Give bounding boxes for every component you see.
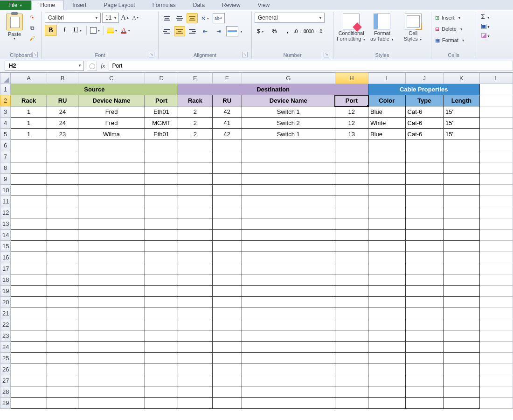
font-color-button[interactable]: A▼ xyxy=(120,25,132,36)
cell[interactable] xyxy=(368,185,406,196)
cell[interactable] xyxy=(368,386,406,398)
delete-cells-button[interactable]: ⊟ Delete▼ xyxy=(434,24,466,34)
cell[interactable] xyxy=(178,386,212,398)
cell[interactable] xyxy=(47,386,78,398)
cell[interactable] xyxy=(212,342,242,353)
cell[interactable] xyxy=(479,386,513,398)
cell[interactable] xyxy=(145,218,178,230)
wrap-text-button[interactable]: ab↵ xyxy=(213,13,225,23)
cell[interactable] xyxy=(405,386,444,398)
cell[interactable] xyxy=(335,207,368,218)
subheader-type[interactable]: Type xyxy=(405,95,444,106)
cell[interactable] xyxy=(368,196,406,207)
cell[interactable] xyxy=(212,241,242,252)
paste-button[interactable]: Paste xyxy=(8,31,21,37)
cell[interactable] xyxy=(47,364,78,375)
subheader-source-device[interactable]: Device Name xyxy=(78,95,145,106)
cell[interactable] xyxy=(145,319,178,330)
select-all-corner[interactable] xyxy=(0,73,11,84)
cell[interactable] xyxy=(479,218,513,230)
cell[interactable] xyxy=(335,230,368,241)
cell[interactable] xyxy=(479,398,513,409)
cell[interactable] xyxy=(78,342,145,353)
cell[interactable] xyxy=(368,319,406,330)
cell[interactable] xyxy=(242,319,335,330)
cell[interactable] xyxy=(145,196,178,207)
cell[interactable] xyxy=(335,375,368,386)
cell[interactable] xyxy=(444,196,479,207)
cell[interactable] xyxy=(405,398,444,409)
cell[interactable] xyxy=(335,162,368,174)
dialog-launcher-icon[interactable]: ↘ xyxy=(149,52,154,57)
row-header-15[interactable]: 15 xyxy=(0,241,11,252)
row-header-7[interactable]: 7 xyxy=(0,151,11,162)
cell[interactable] xyxy=(212,218,242,230)
cell[interactable] xyxy=(11,140,47,151)
col-header-J[interactable]: J xyxy=(405,73,444,84)
decrease-decimal-button[interactable]: .00→.0 xyxy=(309,26,321,37)
cell[interactable] xyxy=(145,241,178,252)
orientation-button[interactable]: ⤭▼ xyxy=(199,13,211,24)
cell[interactable] xyxy=(405,185,444,196)
cell[interactable]: Wilma xyxy=(78,129,145,140)
cell[interactable]: 1 xyxy=(11,118,47,129)
cell[interactable] xyxy=(78,252,145,263)
cell[interactable] xyxy=(47,308,78,319)
tab-file[interactable]: File ▼ xyxy=(0,0,31,10)
cell[interactable] xyxy=(212,196,242,207)
cell[interactable] xyxy=(335,386,368,398)
cell-styles-button[interactable]: Cell Styles ▼ xyxy=(398,13,428,42)
cell[interactable] xyxy=(47,230,78,241)
cell[interactable] xyxy=(405,375,444,386)
cell[interactable] xyxy=(47,207,78,218)
comma-button[interactable]: , xyxy=(282,26,294,37)
cell[interactable] xyxy=(444,218,479,230)
cell[interactable] xyxy=(479,330,513,342)
cut-button[interactable]: ✂ xyxy=(27,14,37,22)
cell[interactable] xyxy=(11,263,47,274)
cell[interactable] xyxy=(145,375,178,386)
cell[interactable] xyxy=(145,386,178,398)
chevron-down-icon[interactable]: ▼ xyxy=(240,30,243,33)
cell[interactable] xyxy=(335,319,368,330)
cell[interactable] xyxy=(47,185,78,196)
cell[interactable] xyxy=(444,140,479,151)
cell[interactable] xyxy=(444,151,479,162)
cell[interactable] xyxy=(47,286,78,297)
cell[interactable] xyxy=(178,353,212,364)
tab-data[interactable]: Data xyxy=(185,0,214,10)
cell[interactable] xyxy=(78,353,145,364)
cell[interactable] xyxy=(405,151,444,162)
cell[interactable] xyxy=(47,353,78,364)
cell[interactable] xyxy=(368,330,406,342)
cell[interactable] xyxy=(368,207,406,218)
cell[interactable] xyxy=(479,319,513,330)
subheader-dest-device[interactable]: Device Name xyxy=(242,95,335,106)
dialog-launcher-icon[interactable]: ↘ xyxy=(324,52,329,57)
increase-indent-button[interactable]: ⇥ xyxy=(213,26,225,37)
cell[interactable] xyxy=(78,308,145,319)
cell[interactable] xyxy=(78,207,145,218)
cell[interactable] xyxy=(178,230,212,241)
cell[interactable] xyxy=(242,364,335,375)
cell[interactable] xyxy=(212,353,242,364)
cell[interactable] xyxy=(335,398,368,409)
cell[interactable] xyxy=(11,185,47,196)
cell[interactable] xyxy=(47,140,78,151)
tab-home[interactable]: Home xyxy=(31,0,64,10)
cell[interactable] xyxy=(444,353,479,364)
cell[interactable] xyxy=(242,308,335,319)
cell[interactable] xyxy=(11,308,47,319)
cell[interactable] xyxy=(212,263,242,274)
cell[interactable] xyxy=(178,174,212,185)
row-header-10[interactable]: 10 xyxy=(0,185,11,196)
merge-center-button[interactable] xyxy=(226,26,238,36)
cell[interactable] xyxy=(145,330,178,342)
cell[interactable] xyxy=(479,353,513,364)
row-header-22[interactable]: 22 xyxy=(0,319,11,330)
cell[interactable] xyxy=(405,308,444,319)
cell[interactable] xyxy=(335,196,368,207)
cell[interactable]: 24 xyxy=(47,106,78,118)
cell[interactable] xyxy=(368,353,406,364)
cell[interactable] xyxy=(405,140,444,151)
